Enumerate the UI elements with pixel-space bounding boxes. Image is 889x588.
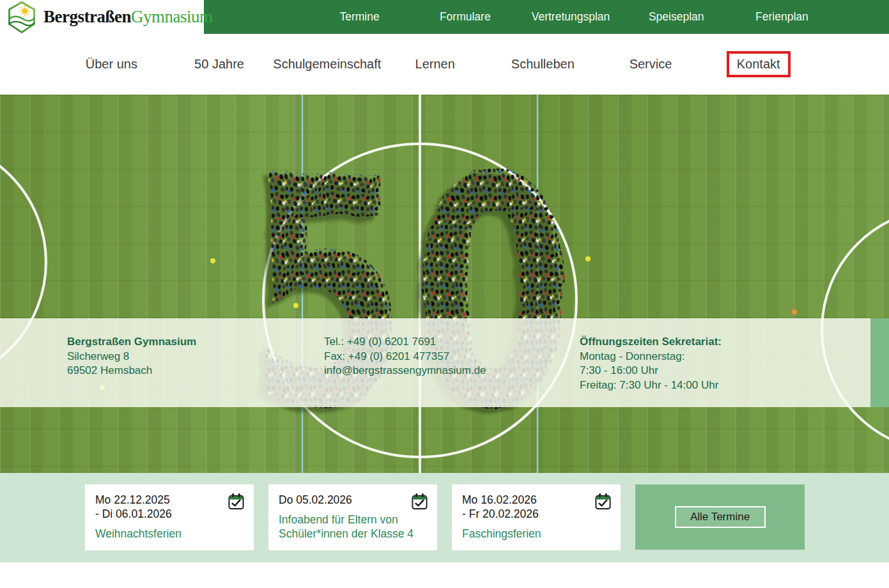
event-card-weihnachtsferien[interactable]: Mo 22.12.2025 - Di 06.01.2026 Weihnachts…	[85, 484, 254, 550]
topnav-item-formulare[interactable]: Formulare	[412, 10, 518, 24]
mainnav-item-kontakt[interactable]: Kontakt	[737, 57, 780, 71]
office-hours-line2: 7:30 - 16:00 Uhr	[580, 364, 722, 378]
event-title: Faschingsferien	[462, 527, 610, 541]
events-section: Mo 22.12.2025 - Di 06.01.2026 Weihnachts…	[0, 473, 889, 562]
event-card-faschingsferien[interactable]: Mo 16.02.2026 - Fr 20.02.2026 Faschingsf…	[452, 484, 621, 550]
event-date-end: - Fr 20.02.2026	[462, 507, 610, 521]
contact-phone: Tel.: +49 (0) 6201 7691 Fax: +49 (0) 620…	[324, 335, 486, 378]
all-events-button[interactable]: Alle Termine	[675, 506, 766, 528]
logo-zone: BergstraßenGymnasium	[0, 0, 204, 34]
school-logo[interactable]: BergstraßenGymnasium	[5, 1, 212, 34]
topnav-item-termine[interactable]: Termine	[307, 10, 412, 24]
office-hours: Öffnungszeiten Sekretariat: Montag - Don…	[580, 335, 722, 392]
fax: Fax: +49 (0) 6201 477357	[324, 350, 486, 364]
calendar-check-icon	[411, 493, 428, 510]
all-events-panel: Alle Termine	[635, 484, 805, 550]
footer	[0, 562, 889, 588]
street: Silcherweg 8	[67, 350, 196, 364]
mainnav-item-lernen[interactable]: Lernen	[415, 57, 455, 71]
email-link[interactable]: info@bergstrassengymnasium.de	[324, 364, 486, 378]
page: BergstraßenGymnasium Termine Formulare V…	[0, 0, 889, 588]
city: 69502 Hemsbach	[67, 364, 196, 378]
mainnav-item-schulgemeinschaft[interactable]: Schulgemeinschaft	[273, 57, 381, 71]
contact-band: Bergstraßen Gymnasium Silcherweg 8 69502…	[0, 318, 870, 407]
office-hours-title: Öffnungszeiten Sekretariat:	[580, 335, 722, 350]
office-hours-line1: Montag - Donnerstag:	[580, 350, 722, 364]
crowd-number-50: 50 50	[241, 110, 578, 473]
calendar-check-icon	[594, 493, 612, 510]
event-date-end: - Di 06.01.2026	[95, 507, 244, 521]
contact-address: Bergstraßen Gymnasium Silcherweg 8 69502…	[67, 335, 196, 378]
logo-text: BergstraßenGymnasium	[43, 7, 212, 27]
event-cards: Mo 22.12.2025 - Di 06.01.2026 Weihnachts…	[85, 484, 805, 550]
event-date: Mo 16.02.2026	[462, 493, 610, 507]
band-right-accent	[870, 318, 889, 407]
logo-text-light: Gymnasium	[131, 7, 213, 26]
event-title: Infoabend für Eltern von Schüler*innen d…	[279, 513, 427, 541]
topnav-item-ferienplan[interactable]: Ferienplan	[729, 10, 835, 24]
school-logo-icon	[5, 1, 38, 34]
mainnav-item-ueber-uns[interactable]: Über uns	[86, 57, 137, 71]
telephone: Tel.: +49 (0) 6201 7691	[324, 335, 486, 350]
event-date: Mo 22.12.2025	[95, 493, 244, 507]
topnav-item-vertretungsplan[interactable]: Vertretungsplan	[518, 10, 623, 24]
mainnav-item-50-jahre[interactable]: 50 Jahre	[194, 57, 244, 71]
hero-image: 50 50 Bergstraßen Gymnasium Silcherweg 8…	[0, 95, 889, 473]
mainnav-item-schulleben[interactable]: Schulleben	[511, 57, 575, 71]
top-bar: BergstraßenGymnasium Termine Formulare V…	[0, 0, 889, 34]
mainnav-item-service[interactable]: Service	[630, 57, 672, 71]
event-title: Weihnachtsferien	[95, 527, 244, 541]
figure-50-text: 50	[247, 110, 578, 473]
calendar-check-icon	[228, 493, 245, 510]
top-navigation: Termine Formulare Vertretungsplan Speise…	[307, 0, 835, 34]
kontakt-highlight-box: Kontakt	[727, 51, 791, 77]
school-name: Bergstraßen Gymnasium	[67, 335, 196, 350]
topnav-item-speiseplan[interactable]: Speiseplan	[624, 10, 729, 24]
event-date: Do 05.02.2026	[279, 493, 427, 507]
logo-text-bold: Bergstraßen	[43, 7, 131, 26]
office-hours-line3: Freitag: 7:30 Uhr - 14:00 Uhr	[580, 378, 722, 393]
event-card-infoabend[interactable]: Do 05.02.2026 Infoabend für Eltern von S…	[268, 484, 437, 550]
soccer-field-graphic: 50 50	[0, 95, 889, 473]
main-navigation: Über uns 50 Jahre Schulgemeinschaft Lern…	[0, 34, 889, 95]
